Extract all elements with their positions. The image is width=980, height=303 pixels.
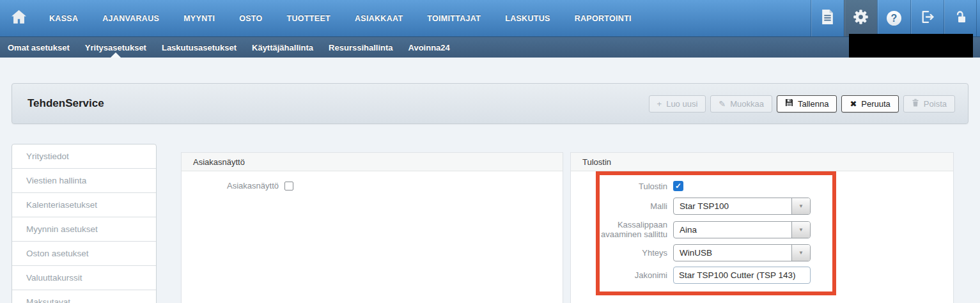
chevron-down-icon: ▼	[791, 245, 810, 261]
plus-icon: +	[657, 100, 662, 108]
x-icon: ✖	[850, 100, 857, 108]
top-nav-item-laskutus[interactable]: LASKUTUS	[493, 0, 562, 36]
chevron-down-icon: ▼	[791, 198, 810, 214]
help-button[interactable]: ?	[877, 0, 910, 36]
create-new-label: Luo uusi	[666, 99, 697, 109]
cash-drawer-select[interactable]: Aina ▼	[673, 221, 811, 238]
printer-model-value: Star TSP100	[674, 198, 791, 214]
share-name-input[interactable]	[673, 267, 811, 284]
open-padlock-icon	[953, 10, 968, 27]
top-nav-icon-buttons: ?	[811, 0, 977, 36]
cancel-label: Peruuta	[861, 99, 891, 109]
connection-label: Yhteys	[642, 248, 667, 258]
sidebar-item-valuuttakurssit[interactable]: Valuuttakurssit	[12, 266, 156, 290]
lock-button[interactable]	[944, 0, 977, 36]
settings-button[interactable]	[844, 0, 877, 36]
document-icon	[821, 9, 834, 27]
customer-display-checkbox-label: Asiakasnäyttö	[227, 181, 279, 190]
sidebar-item-myynnin-asetukset[interactable]: Myynnin asetukset	[12, 217, 156, 242]
connection-row: Yhteys WinUSB ▼	[571, 244, 953, 261]
top-nav-items: KASSA AJANVARAUS MYYNTI OSTO TUOTTEET AS…	[37, 0, 644, 36]
chevron-down-icon: ▼	[791, 222, 810, 238]
home-button[interactable]	[4, 4, 33, 32]
top-nav-item-osto[interactable]: OSTO	[227, 0, 274, 36]
subnav-item-laskutusasetukset[interactable]: Laskutusasetukset	[154, 37, 244, 58]
share-name-row: Jakonimi	[571, 267, 953, 284]
customer-display-panel: Asiakasnäyttö Asiakasnäyttö	[181, 152, 563, 303]
cancel-button[interactable]: ✖ Peruuta	[841, 95, 898, 113]
create-new-button[interactable]: + Luo uusi	[649, 95, 706, 113]
cash-drawer-label: Kassalippaan avaaminen sallittu	[586, 220, 667, 239]
printer-enabled-row: Tulostin ✓	[571, 181, 953, 191]
printer-model-select[interactable]: Star TSP100 ▼	[673, 198, 811, 215]
top-nav-item-raportointi[interactable]: RAPORTOINTI	[563, 0, 644, 36]
customer-display-row: Asiakasnäyttö	[182, 181, 563, 190]
top-nav-item-toimittajat[interactable]: TOIMITTAJAT	[415, 0, 493, 36]
sidebar-item-kalenteriasetukset[interactable]: Kalenteriasetukset	[12, 193, 156, 217]
top-nav-item-asiakkaat[interactable]: ASIAKKAAT	[343, 0, 415, 36]
question-mark-icon: ?	[887, 11, 901, 26]
logout-icon	[919, 9, 935, 27]
delete-label: Poista	[924, 99, 947, 109]
sidebar-item-maksutavat[interactable]: Maksutavat	[12, 290, 156, 303]
top-nav-item-ajanvaraus[interactable]: AJANVARAUS	[90, 0, 171, 36]
connection-value: WinUSB	[674, 245, 791, 261]
home-icon	[10, 8, 28, 29]
floppy-disk-icon	[785, 98, 793, 109]
edit-button[interactable]: ✎ Muokkaa	[710, 95, 772, 113]
pencil-icon: ✎	[719, 100, 726, 108]
documents-button[interactable]	[811, 0, 844, 36]
printer-model-label: Malli	[650, 201, 667, 211]
customer-display-form: Asiakasnäyttö	[182, 171, 563, 190]
save-button[interactable]: Tallenna	[777, 95, 837, 113]
customer-display-checkbox[interactable]	[284, 182, 293, 190]
customer-display-panel-title: Asiakasnäyttö	[182, 153, 563, 171]
printer-panel: Tulostin Tulostin ✓ Malli Star TSP100 ▼ …	[570, 152, 954, 303]
delete-button[interactable]: Poista	[903, 95, 955, 113]
gear-icon	[852, 8, 869, 28]
printer-form: Tulostin ✓ Malli Star TSP100 ▼ Kassalipp…	[571, 171, 953, 284]
trash-icon	[912, 98, 919, 109]
connection-select[interactable]: WinUSB ▼	[673, 244, 811, 261]
page-title: TehdenService	[27, 84, 104, 123]
share-name-label: Jakonimi	[635, 270, 667, 280]
settings-sub-nav: Omat asetukset Yritysasetukset Laskutusa…	[0, 36, 980, 58]
sidebar-item-oston-asetukset[interactable]: Oston asetukset	[12, 242, 156, 266]
edit-label: Muokkaa	[730, 99, 764, 109]
subnav-item-omat-asetukset[interactable]: Omat asetukset	[0, 37, 77, 58]
top-nav-item-myynti[interactable]: MYYNTI	[171, 0, 227, 36]
subnav-item-avoinna24[interactable]: Avoinna24	[401, 37, 458, 58]
printer-model-row: Malli Star TSP100 ▼	[571, 198, 953, 215]
printer-panel-title: Tulostin	[571, 153, 953, 171]
save-label: Tallenna	[798, 99, 828, 109]
cash-drawer-row: Kassalippaan avaaminen sallittu Aina ▼	[571, 220, 953, 239]
subnav-item-kayttajahallinta[interactable]: Käyttäjähallinta	[244, 37, 321, 58]
page-header: TehdenService + Luo uusi ✎ Muokkaa Talle…	[12, 83, 968, 124]
printer-enabled-checkbox[interactable]: ✓	[673, 181, 683, 191]
top-nav-item-kassa[interactable]: KASSA	[37, 0, 90, 36]
cash-drawer-value: Aina	[674, 222, 791, 238]
subnav-item-resurssihallinta[interactable]: Resurssihallinta	[321, 37, 400, 58]
top-nav-item-tuotteet[interactable]: TUOTTEET	[275, 0, 343, 36]
top-nav-bar: KASSA AJANVARAUS MYYNTI OSTO TUOTTEET AS…	[0, 0, 980, 36]
toolbar: + Luo uusi ✎ Muokkaa Tallenna ✖ Peru	[649, 84, 955, 123]
sidebar-item-viestien-hallinta[interactable]: Viestien hallinta	[12, 169, 156, 193]
settings-sidebar: Yritystiedot Viestien hallinta Kalenteri…	[12, 144, 157, 303]
sidebar-item-yritystiedot[interactable]: Yritystiedot	[12, 144, 156, 169]
redacted-area	[849, 34, 973, 58]
logout-button[interactable]	[910, 0, 944, 36]
printer-enabled-label: Tulostin	[639, 182, 667, 191]
subnav-item-yritysasetukset[interactable]: Yritysasetukset	[77, 37, 154, 58]
